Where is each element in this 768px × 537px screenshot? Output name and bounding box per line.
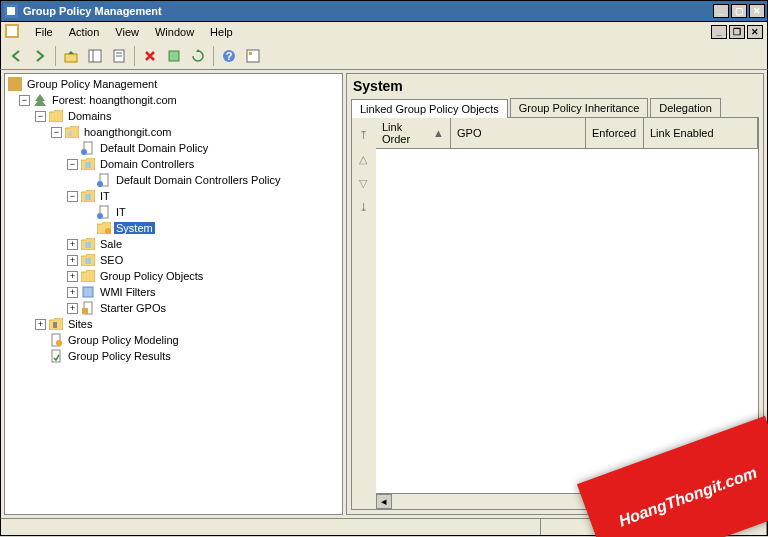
tab-inheritance[interactable]: Group Policy Inheritance <box>510 98 648 117</box>
svg-rect-19 <box>85 162 91 168</box>
expander-minus-icon[interactable]: − <box>67 191 78 202</box>
expander-plus-icon[interactable]: + <box>35 319 46 330</box>
wmi-icon <box>80 284 96 300</box>
forward-button[interactable] <box>29 45 51 67</box>
svg-rect-1 <box>7 7 15 15</box>
col-link-enabled[interactable]: Link Enabled <box>644 118 758 148</box>
toolbar: ? <box>0 42 768 70</box>
expander-plus-icon[interactable]: + <box>67 255 78 266</box>
expander-minus-icon[interactable]: − <box>35 111 46 122</box>
col-link-order[interactable]: Link Order ▲ <box>376 118 451 148</box>
tree-results[interactable]: Group Policy Results <box>7 348 340 364</box>
back-button[interactable] <box>5 45 27 67</box>
gpo-link-icon <box>96 172 112 188</box>
tree-sale[interactable]: + Sale <box>7 236 340 252</box>
tree-domain-controllers[interactable]: − Domain Controllers <box>7 156 340 172</box>
tree-it[interactable]: − IT <box>7 188 340 204</box>
expander-plus-icon[interactable]: + <box>67 303 78 314</box>
gpo-grid: Link Order ▲ GPO Enforced Link Enabled ◂… <box>376 118 758 509</box>
svg-rect-22 <box>85 194 91 200</box>
scroll-right-button[interactable]: ▸ <box>742 494 758 509</box>
tree-forest[interactable]: − Forest: hoangthongit.com <box>7 92 340 108</box>
up-button[interactable] <box>60 45 82 67</box>
help-button[interactable]: ? <box>218 45 240 67</box>
tree-modeling[interactable]: Group Policy Modeling <box>7 332 340 348</box>
tab-content: ⤒ △ ▽ ⤓ Link Order ▲ GPO Enforced Link E… <box>351 117 759 510</box>
svg-rect-15 <box>8 77 22 91</box>
tree-wmi[interactable]: + WMI Filters <box>7 284 340 300</box>
expander-minus-icon[interactable]: − <box>67 159 78 170</box>
modeling-icon <box>48 332 64 348</box>
gpm-icon <box>7 76 23 92</box>
tree-default-dc-policy[interactable]: Default Domain Controllers Policy <box>7 172 340 188</box>
tree-seo[interactable]: + SEO <box>7 252 340 268</box>
svg-rect-26 <box>85 242 91 248</box>
expander-minus-icon[interactable]: − <box>19 95 30 106</box>
statusbar <box>0 518 768 536</box>
show-hide-tree-button[interactable] <box>84 45 106 67</box>
tree-default-domain-policy[interactable]: Default Domain Policy <box>7 140 340 156</box>
tree-domains[interactable]: − Domains <box>7 108 340 124</box>
menu-window[interactable]: Window <box>147 24 202 40</box>
move-top-button[interactable]: ⤒ <box>354 126 372 144</box>
tab-linked-gpo[interactable]: Linked Group Policy Objects <box>351 99 508 118</box>
move-down-button[interactable]: ▽ <box>354 174 372 192</box>
svg-rect-5 <box>89 50 101 62</box>
tree-domain[interactable]: − hoangthongit.com <box>7 124 340 140</box>
menu-help[interactable]: Help <box>202 24 241 40</box>
tree-sites[interactable]: + Sites <box>7 316 340 332</box>
col-enforced[interactable]: Enforced <box>586 118 644 148</box>
details-title: System <box>347 74 763 98</box>
move-bottom-button[interactable]: ⤓ <box>354 198 372 216</box>
move-up-button[interactable]: △ <box>354 150 372 168</box>
new-ou-icon <box>96 220 112 236</box>
tree-root[interactable]: Group Policy Management <box>7 76 340 92</box>
mmc-icon <box>5 24 21 40</box>
svg-rect-4 <box>65 54 77 62</box>
tree-system[interactable]: System <box>7 220 340 236</box>
svg-point-33 <box>56 340 62 346</box>
svg-rect-27 <box>85 258 91 264</box>
tab-strip: Linked Group Policy Objects Group Policy… <box>347 98 763 117</box>
refresh-button[interactable] <box>187 45 209 67</box>
app-icon <box>3 3 19 19</box>
starter-gpo-icon <box>80 300 96 316</box>
tree-it-gpo[interactable]: IT <box>7 204 340 220</box>
horizontal-scrollbar[interactable]: ◂ ▸ <box>376 493 758 509</box>
child-close-button[interactable]: ✕ <box>747 25 763 39</box>
ou-icon <box>80 252 96 268</box>
folder-icon <box>80 268 96 284</box>
expander-minus-icon[interactable]: − <box>51 127 62 138</box>
minimize-button[interactable]: _ <box>713 4 729 18</box>
child-restore-button[interactable]: ❐ <box>729 25 745 39</box>
tree-gpo-container[interactable]: + Group Policy Objects <box>7 268 340 284</box>
expander-plus-icon[interactable]: + <box>67 239 78 250</box>
tree-panel[interactable]: Group Policy Management − Forest: hoangt… <box>4 73 343 515</box>
sort-asc-icon: ▲ <box>433 127 444 139</box>
expander-plus-icon[interactable]: + <box>67 287 78 298</box>
export-button[interactable] <box>163 45 185 67</box>
content-area: Group Policy Management − Forest: hoangt… <box>0 70 768 518</box>
tab-delegation[interactable]: Delegation <box>650 98 721 117</box>
grid-header: Link Order ▲ GPO Enforced Link Enabled <box>376 118 758 149</box>
options-button[interactable] <box>242 45 264 67</box>
scroll-left-button[interactable]: ◂ <box>376 494 392 509</box>
menu-action[interactable]: Action <box>61 24 108 40</box>
menu-view[interactable]: View <box>107 24 147 40</box>
scroll-track[interactable] <box>392 494 742 509</box>
close-button[interactable]: ✕ <box>749 4 765 18</box>
reorder-controls: ⤒ △ ▽ ⤓ <box>352 118 376 509</box>
child-minimize-button[interactable]: _ <box>711 25 727 39</box>
grid-body[interactable] <box>376 149 758 493</box>
expander-plus-icon[interactable]: + <box>67 271 78 282</box>
maximize-button[interactable]: ▢ <box>731 4 747 18</box>
gpo-link-icon <box>96 204 112 220</box>
results-icon <box>48 348 64 364</box>
menu-file[interactable]: File <box>27 24 61 40</box>
properties-button[interactable] <box>108 45 130 67</box>
delete-button[interactable] <box>139 45 161 67</box>
ou-icon <box>80 188 96 204</box>
forest-icon <box>32 92 48 108</box>
tree-starter-gpos[interactable]: + Starter GPOs <box>7 300 340 316</box>
col-gpo[interactable]: GPO <box>451 118 586 148</box>
